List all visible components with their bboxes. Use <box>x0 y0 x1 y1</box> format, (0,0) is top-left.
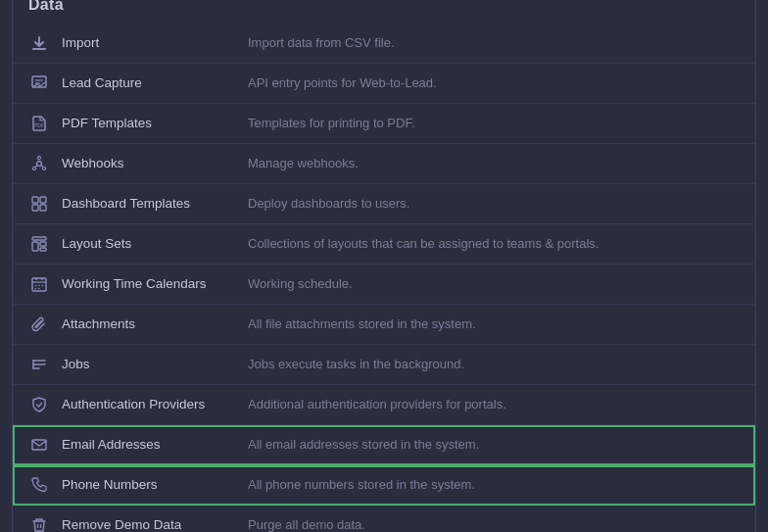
item-desc-working-time-calendars: Working schedule. <box>248 276 740 291</box>
menu-item-remove-demo-data[interactable]: Remove Demo Data Purge all demo data. <box>13 506 755 533</box>
pdf-icon: PDF <box>28 113 50 134</box>
item-label-pdf-templates: PDF Templates <box>62 116 248 130</box>
item-label-phone-numbers: Phone Numbers <box>62 477 248 492</box>
import-icon <box>28 32 50 54</box>
menu-item-attachments[interactable]: Attachments All file attachments stored … <box>13 305 755 345</box>
menu-item-jobs[interactable]: Jobs Jobs execute tasks in the backgroun… <box>13 345 755 385</box>
item-desc-jobs: Jobs execute tasks in the background. <box>248 357 740 371</box>
menu-item-layout-sets[interactable]: Layout Sets Collections of layouts that … <box>13 224 755 265</box>
panel-title: Data <box>13 0 755 24</box>
item-label-authentication-providers: Authentication Providers <box>62 397 248 411</box>
item-desc-layout-sets: Collections of layouts that can be assig… <box>248 236 740 251</box>
svg-rect-14 <box>40 205 46 211</box>
svg-line-8 <box>35 165 37 167</box>
item-label-attachments: Attachments <box>62 316 248 331</box>
lead-capture-icon <box>28 73 50 94</box>
item-desc-email-addresses: All email addresses stored in the system… <box>248 437 740 452</box>
item-desc-import: Import data from CSV file. <box>248 35 740 50</box>
item-label-email-addresses: Email Addresses <box>62 437 248 452</box>
item-label-webhooks: Webhooks <box>62 156 248 170</box>
calendar-icon <box>28 273 50 295</box>
auth-icon <box>28 394 50 415</box>
item-label-lead-capture: Lead Capture <box>62 75 248 90</box>
item-label-layout-sets: Layout Sets <box>62 236 248 251</box>
item-desc-pdf-templates: Templates for printing to PDF. <box>248 116 740 130</box>
svg-text:PDF: PDF <box>34 122 44 128</box>
svg-point-7 <box>38 156 41 159</box>
menu-item-lead-capture[interactable]: Lead Capture API entry points for Web-to… <box>13 64 755 104</box>
svg-point-25 <box>42 284 44 286</box>
svg-rect-15 <box>32 237 46 240</box>
data-panel: Data Import Import data from CSV file. L… <box>12 0 756 532</box>
svg-point-6 <box>43 167 46 169</box>
phone-icon <box>28 474 50 496</box>
menu-item-authentication-providers[interactable]: Authentication Providers Additional auth… <box>13 385 755 425</box>
item-desc-attachments: All file attachments stored in the syste… <box>248 316 740 331</box>
attachments-icon <box>28 314 50 335</box>
menu-item-webhooks[interactable]: Webhooks Manage webhooks. <box>13 144 755 184</box>
item-desc-lead-capture: API entry points for Web-to-Lead. <box>248 75 740 90</box>
menu-item-dashboard-templates[interactable]: Dashboard Templates Deploy dashboards to… <box>13 184 755 224</box>
menu-item-pdf-templates[interactable]: PDF PDF Templates Templates for printing… <box>13 104 755 144</box>
item-desc-remove-demo-data: Purge all demo data. <box>248 517 740 532</box>
item-label-jobs: Jobs <box>62 357 248 371</box>
svg-rect-17 <box>40 242 46 246</box>
webhooks-icon <box>28 153 50 174</box>
dashboard-icon <box>28 193 50 215</box>
menu-item-working-time-calendars[interactable]: Working Time Calendars Working schedule. <box>13 265 755 305</box>
svg-rect-12 <box>40 197 46 203</box>
item-desc-phone-numbers: All phone numbers stored in the system. <box>248 477 740 492</box>
svg-point-5 <box>33 167 36 169</box>
svg-rect-16 <box>32 242 38 251</box>
email-icon <box>28 434 50 456</box>
svg-rect-33 <box>32 440 46 450</box>
trash-icon <box>28 514 50 533</box>
item-desc-authentication-providers: Additional authentication providers for … <box>248 397 740 411</box>
svg-rect-18 <box>40 248 46 251</box>
menu-item-import[interactable]: Import Import data from CSV file. <box>13 24 755 64</box>
item-label-working-time-calendars: Working Time Calendars <box>62 276 248 291</box>
svg-point-27 <box>38 287 40 289</box>
menu-list: Import Import data from CSV file. Lead C… <box>13 24 755 533</box>
item-label-remove-demo-data: Remove Demo Data <box>62 517 248 532</box>
menu-item-phone-numbers[interactable]: Phone Numbers All phone numbers stored i… <box>13 465 755 506</box>
item-label-dashboard-templates: Dashboard Templates <box>62 196 248 211</box>
item-desc-dashboard-templates: Deploy dashboards to users. <box>248 196 740 211</box>
jobs-icon <box>28 354 50 375</box>
svg-point-23 <box>35 284 37 286</box>
layout-icon <box>28 233 50 255</box>
svg-point-26 <box>35 287 37 289</box>
svg-point-24 <box>38 284 40 286</box>
menu-item-email-addresses[interactable]: Email Addresses All email addresses stor… <box>13 425 755 465</box>
item-label-import: Import <box>62 35 248 50</box>
item-desc-webhooks: Manage webhooks. <box>248 156 740 170</box>
svg-line-9 <box>41 165 43 167</box>
svg-rect-11 <box>32 197 38 203</box>
svg-rect-13 <box>32 205 38 211</box>
